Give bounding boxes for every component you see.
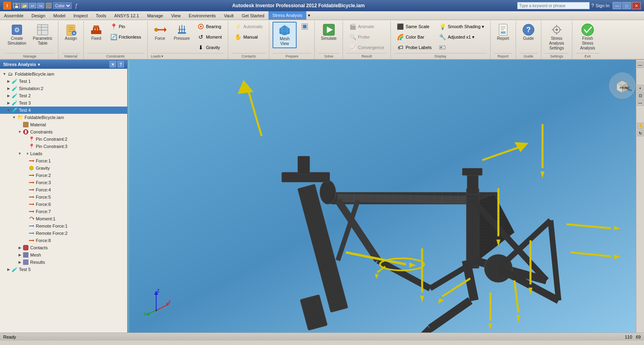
tree-remote-force1[interactable]: Remote Force:1	[0, 222, 127, 230]
tree-gravity[interactable]: Gravity	[0, 164, 127, 172]
tree-remote-force2[interactable]: Remote Force:2	[0, 230, 127, 237]
undo-btn[interactable]: ↩	[29, 3, 36, 8]
tree-force7[interactable]: Force:7	[0, 208, 127, 215]
maximize-btn[interactable]: □	[622, 2, 631, 9]
simulate-btn[interactable]: Simulate	[318, 22, 339, 43]
test2-icon: 🧪	[11, 92, 18, 99]
panel-close-btn[interactable]: ✕	[109, 61, 116, 68]
test4-icon: 🧪	[11, 107, 18, 113]
manual-btn[interactable]: ✋ Manual	[231, 32, 266, 42]
gravity-tree-label: Gravity	[36, 166, 50, 170]
stress-analysis-settings-btn[interactable]: Stress AnalysisSettings	[545, 22, 569, 52]
force-btn[interactable]: Force	[151, 22, 169, 43]
tree-force8[interactable]: Force:8	[0, 237, 127, 244]
menu-ansys[interactable]: ANSYS 12.1	[110, 11, 143, 20]
panel-dropdown-icon[interactable]: ▾	[38, 62, 40, 67]
rotate-btn[interactable]: ↻	[637, 130, 644, 136]
parametric-table-btn[interactable]: ParametricTable	[31, 22, 55, 47]
tree-force1[interactable]: Force:1	[0, 157, 127, 164]
redo-btn[interactable]: ↪	[37, 3, 44, 8]
tree-force5[interactable]: Force:5	[0, 193, 127, 201]
animate-btn[interactable]: 🎬 Animate	[346, 22, 387, 31]
pan-btn[interactable]: ✋	[637, 123, 644, 129]
tree-pin-constraint3[interactable]: 📍 Pin Constraint:3	[0, 143, 127, 150]
menu-assemble[interactable]: Assemble	[0, 11, 27, 20]
automatic-btn[interactable]: ⚡ Automatic	[231, 22, 266, 31]
same-scale-btn[interactable]: ⬛ Same Scale	[394, 22, 435, 31]
svg-point-62	[29, 166, 33, 170]
tree-test3[interactable]: ▶ 🧪 Test 3	[0, 99, 127, 107]
prepare-btn1[interactable]	[298, 22, 311, 31]
tree-force2[interactable]: Force:2	[0, 172, 127, 179]
create-simulation-btn[interactable]: ⚙ CreateSimulation	[5, 22, 29, 47]
pressure-btn[interactable]: Pressure	[171, 22, 193, 43]
tree-force4[interactable]: Force:4	[0, 186, 127, 193]
viewport-min-btn[interactable]: —	[637, 62, 644, 68]
probe-labels-btn[interactable]: 🏷 Probe Labels	[394, 43, 435, 52]
tree-root[interactable]: ▼ 🗂 FoldableBicycle.iam	[0, 70, 127, 78]
bearing-moment-gravity-stack: Bearing ↺ Moment ⬇ Gravity	[194, 22, 225, 52]
mesh-view-btn[interactable]: Mesh View	[272, 22, 297, 48]
convergence-btn[interactable]: 📈 Convergence	[346, 43, 387, 52]
tree-force3[interactable]: Force:3	[0, 179, 127, 186]
panel-help-btn[interactable]: ?	[118, 61, 124, 68]
tree-loads[interactable]: ▼ Loads	[0, 150, 127, 157]
tree-simulation2[interactable]: ▶ 🧪 Simulation:2	[0, 85, 127, 92]
probe-btn[interactable]: 🔍 Probe	[346, 32, 387, 42]
zoom-in-btn[interactable]: +	[637, 85, 644, 91]
tree-moment1[interactable]: Moment:1	[0, 215, 127, 222]
bearing-btn[interactable]: Bearing	[194, 22, 225, 31]
adjusted-x1-btn[interactable]: 🔧 Adjusted x1 ▾	[436, 32, 487, 42]
tree-pin-constraint2[interactable]: 📍 Pin Constraint:2	[0, 136, 127, 143]
menu-view[interactable]: View	[167, 11, 185, 20]
menu-tools[interactable]: Tools	[92, 11, 110, 20]
loads-dropdown-icon[interactable]: ▾	[161, 54, 163, 58]
color-select[interactable]: Color	[53, 2, 72, 9]
sign-in[interactable]: Sign In	[596, 3, 609, 8]
menu-design[interactable]: Design	[27, 11, 49, 20]
tree-test4[interactable]: ▼ 🧪 Test 4	[0, 107, 127, 114]
zoom-fit-btn[interactable]: ⊡	[637, 92, 644, 99]
tree-test2[interactable]: ▶ 🧪 Test 2	[0, 92, 127, 99]
color-bar-btn[interactable]: 🌈 Color Bar	[394, 32, 435, 42]
tree-mesh[interactable]: ▶ Mesh	[0, 251, 127, 259]
tree-results[interactable]: ▶ Results	[0, 259, 127, 266]
pin-btn[interactable]: 📍 Pin	[107, 22, 144, 31]
menu-environments[interactable]: Environments	[185, 11, 220, 20]
menu-get-started[interactable]: Get Started	[237, 11, 268, 20]
zoom-out-btn[interactable]: —	[637, 99, 644, 106]
menu-manage[interactable]: Manage	[143, 11, 167, 20]
quick-open-btn[interactable]: 📂	[21, 3, 28, 8]
tree-test5[interactable]: ▶ 🧪 Test 5	[0, 266, 127, 273]
finish-stress-analysis-btn[interactable]: FinishStress Analysis	[576, 22, 600, 52]
report-btn[interactable]: Report	[494, 22, 512, 43]
smooth-shading-btn[interactable]: 💡 Smooth Shading ▾	[436, 22, 487, 31]
quick-save-btn[interactable]: 💾	[13, 3, 20, 8]
moment-btn[interactable]: ↺ Moment	[194, 32, 225, 42]
menu-expand[interactable]: ▾	[308, 13, 310, 18]
fixed-btn[interactable]: Fixed	[87, 22, 105, 43]
tree-material[interactable]: Material	[0, 121, 127, 128]
tree-constraints[interactable]: ▼ Constraints	[0, 128, 127, 136]
assign-btn[interactable]: + Assign	[62, 22, 80, 43]
help-icon[interactable]: ?	[591, 3, 594, 8]
view-cube[interactable]: FRONT RIGHT	[609, 72, 636, 99]
display-extra-btn[interactable]	[436, 43, 487, 52]
menu-stress-analysis[interactable]: Stress Analysis	[268, 11, 307, 20]
menu-model[interactable]: Model	[50, 11, 70, 20]
close-btn[interactable]: ✕	[632, 2, 641, 9]
prepare-group-label: Prepare	[272, 53, 311, 58]
search-input[interactable]	[517, 2, 590, 9]
tree-contacts[interactable]: ▶ Contacts	[0, 244, 127, 251]
menu-vault[interactable]: Vault	[220, 11, 237, 20]
guide-btn[interactable]: ? Guide	[519, 22, 538, 43]
tree-foldable-bicycle[interactable]: ▼ 📁 FoldableBicycle.iam	[0, 114, 127, 121]
tree-force6[interactable]: Force:6	[0, 201, 127, 208]
menu-inspect[interactable]: Inspect	[70, 11, 92, 20]
frictionless-btn[interactable]: 🔄 Frictionless	[107, 32, 144, 42]
minimize-btn[interactable]: —	[613, 2, 621, 9]
gravity-btn[interactable]: ⬇ Gravity	[194, 43, 225, 52]
tree-test1[interactable]: ▶ 🧪 Test 1	[0, 78, 127, 85]
viewport[interactable]: Nodes:339040 Elements:182417	[128, 60, 644, 333]
ribbon-group-display: ⬛ Same Scale 🌈 Color Bar 🏷 Probe Labels …	[391, 21, 491, 59]
